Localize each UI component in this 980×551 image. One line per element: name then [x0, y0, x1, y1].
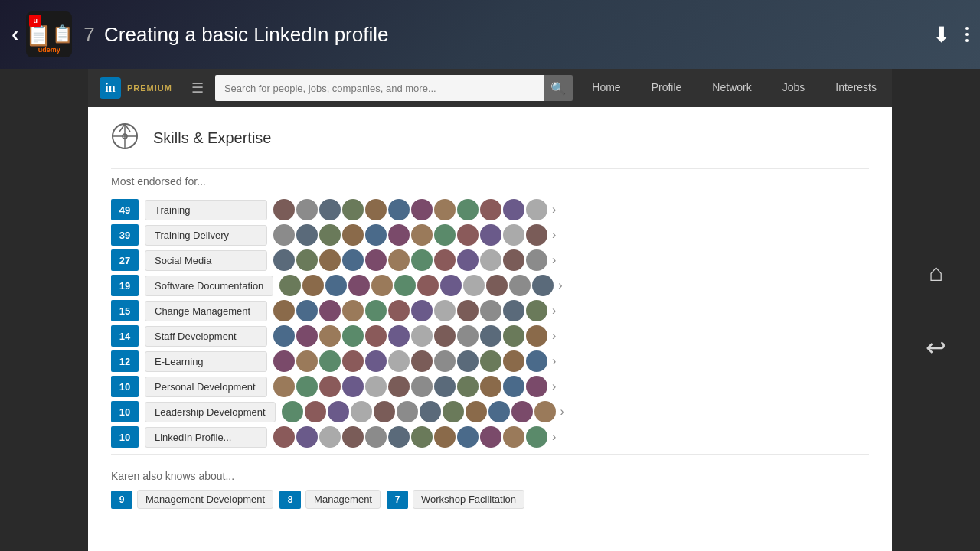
skill-name[interactable]: Training: [145, 200, 267, 220]
search-input[interactable]: [215, 75, 544, 101]
avatar: [342, 325, 364, 347]
skill-name[interactable]: Social Media: [145, 250, 267, 271]
avatar: [434, 426, 456, 448]
skill-avatars: ›: [273, 300, 869, 321]
skill-avatars: ›: [273, 325, 869, 347]
avatar: [503, 426, 524, 448]
avatar: [503, 199, 524, 220]
avatar: [457, 300, 479, 321]
avatar: [526, 376, 547, 397]
avatar: [388, 224, 410, 246]
knows-item: 9Management Development: [111, 490, 273, 509]
avatar: [457, 199, 479, 220]
avatar: [526, 199, 547, 220]
avatar: [480, 426, 501, 448]
home-icon[interactable]: ⌂: [929, 259, 943, 287]
skill-count: 12: [111, 350, 139, 372]
back-icon[interactable]: ↩: [926, 333, 946, 362]
download-icon[interactable]: ⬇: [933, 22, 950, 47]
avatar: [296, 199, 318, 220]
skill-avatars: ›: [273, 376, 869, 397]
avatar: [273, 249, 295, 271]
avatar: [273, 376, 295, 397]
skill-name[interactable]: Leadership Development: [145, 402, 276, 422]
skill-name[interactable]: E-Learning: [145, 351, 267, 372]
avatar: [342, 224, 364, 246]
linkedin-logo: in: [100, 77, 121, 99]
knows-name[interactable]: Management: [305, 490, 381, 509]
more-menu-icon[interactable]: [965, 27, 969, 42]
avatar: [388, 426, 410, 448]
avatar: [296, 426, 318, 448]
avatar-more-arrow[interactable]: ›: [552, 253, 556, 267]
avatar: [434, 325, 456, 347]
search-button[interactable]: 🔍: [544, 75, 573, 101]
avatar: [273, 350, 295, 372]
knows-name[interactable]: Management Development: [137, 490, 273, 509]
avatar-more-arrow[interactable]: ›: [552, 354, 556, 368]
avatar: [296, 376, 318, 397]
avatar: [526, 350, 547, 372]
avatar: [325, 275, 347, 296]
avatar: [342, 199, 364, 220]
avatar-more-arrow[interactable]: ›: [552, 304, 556, 318]
nav-item-network[interactable]: Network: [697, 69, 766, 107]
avatar: [503, 325, 524, 347]
avatar: [296, 300, 318, 321]
skill-count: 10: [111, 376, 139, 397]
nav-item-interests[interactable]: Interests: [820, 69, 892, 107]
skill-name[interactable]: Change Management: [145, 301, 267, 321]
avatar: [388, 325, 410, 347]
skill-avatars: ›: [273, 249, 869, 271]
skill-count: 19: [111, 275, 139, 296]
skills-header: Skills & Expertise: [111, 122, 869, 153]
skill-count: 39: [111, 224, 139, 246]
avatar: [526, 224, 547, 246]
avatar-more-arrow[interactable]: ›: [552, 430, 556, 444]
top-right-icons: ⬇: [933, 22, 969, 47]
skill-row: 10Personal Development›: [111, 376, 869, 397]
avatar-more-arrow[interactable]: ›: [552, 329, 556, 343]
skill-name[interactable]: Training Delivery: [145, 225, 267, 246]
skill-avatars: ›: [273, 224, 869, 246]
nav-items: Home Profile Network Jobs Interests: [577, 69, 892, 107]
avatar-more-arrow[interactable]: ›: [552, 203, 556, 217]
skill-name[interactable]: Staff Development: [145, 326, 267, 347]
avatar: [434, 300, 456, 321]
skills-title: Skills & Expertise: [153, 129, 272, 147]
avatar: [273, 300, 295, 321]
top-bar: ‹ 📋 udemy u 7 Creating a basic LinkedIn …: [0, 0, 980, 69]
avatar: [503, 350, 524, 372]
skill-name[interactable]: Software Documentation: [145, 276, 273, 296]
avatar: [503, 224, 524, 246]
right-panel: ⌂ ↩: [892, 69, 980, 551]
avatar: [302, 275, 324, 296]
avatar: [457, 350, 479, 372]
separator-2: [111, 454, 869, 455]
avatar: [273, 199, 295, 220]
avatar: [480, 300, 501, 321]
skill-name[interactable]: LinkedIn Profile...: [145, 427, 267, 448]
skill-avatars: ›: [273, 426, 869, 448]
avatar-more-arrow[interactable]: ›: [560, 405, 564, 419]
nav-item-home[interactable]: Home: [577, 69, 635, 107]
knows-count: 8: [279, 491, 301, 509]
knows-name[interactable]: Workshop Facilitation: [413, 490, 524, 509]
avatar: [296, 350, 318, 372]
nav-item-profile[interactable]: Profile: [636, 69, 697, 107]
avatar: [532, 275, 554, 296]
back-button[interactable]: ‹: [11, 22, 18, 47]
avatar-more-arrow[interactable]: ›: [552, 380, 556, 393]
avatar: [411, 224, 433, 246]
avatar-more-arrow[interactable]: ›: [552, 228, 556, 242]
avatar: [273, 426, 295, 448]
udemy-logo: 📋 udemy u: [26, 11, 72, 57]
skill-name[interactable]: Personal Development: [145, 377, 267, 397]
skill-count: 10: [111, 401, 139, 422]
avatar-more-arrow[interactable]: ›: [558, 279, 562, 292]
avatar: [411, 249, 433, 271]
hamburger-menu[interactable]: ☰: [184, 69, 211, 107]
skill-count: 49: [111, 199, 139, 220]
nav-item-jobs[interactable]: Jobs: [767, 69, 821, 107]
skill-avatars: ›: [282, 401, 869, 422]
